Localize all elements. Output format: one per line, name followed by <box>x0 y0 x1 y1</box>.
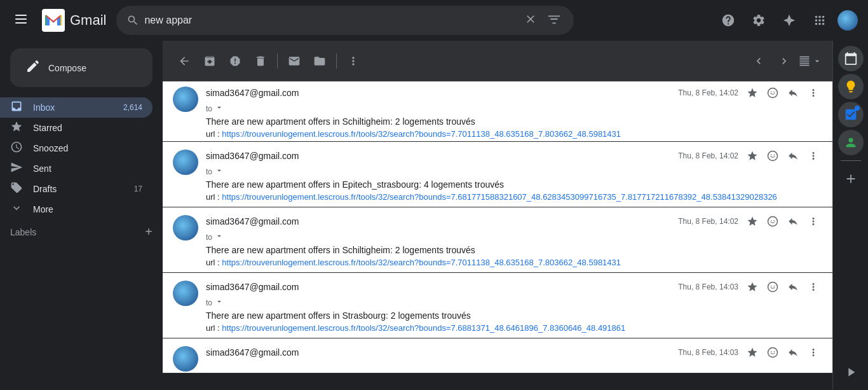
more-actions-button[interactable] <box>342 50 365 73</box>
star-button[interactable] <box>743 147 761 165</box>
email-url-line: url : https://trouverunlogement.lescrous… <box>206 323 822 333</box>
search-filter-icon[interactable] <box>545 10 564 32</box>
topbar-right <box>715 8 858 33</box>
settings-icon[interactable] <box>746 8 771 33</box>
reply-button[interactable] <box>784 84 802 102</box>
more-email-actions-button[interactable] <box>804 84 822 102</box>
mark-unread-button[interactable] <box>283 50 306 73</box>
gemini-icon[interactable] <box>776 8 802 33</box>
back-button[interactable] <box>173 50 196 73</box>
email-item[interactable]: simad3647@gmail.com Thu, 8 Feb, 14:03 <box>163 338 832 373</box>
svg-point-9 <box>774 155 775 156</box>
gmail-logo: Gmail <box>42 9 106 32</box>
prev-email-button[interactable] <box>747 50 770 73</box>
density-selector[interactable] <box>798 55 822 67</box>
star-button[interactable] <box>743 344 761 361</box>
help-icon[interactable] <box>715 8 741 33</box>
search-clear-icon[interactable] <box>522 10 539 31</box>
add-plugin-icon[interactable] <box>838 166 864 192</box>
more-email-actions-button[interactable] <box>804 278 822 296</box>
emoji-button[interactable] <box>764 278 782 296</box>
search-icon <box>126 14 139 27</box>
email-meta: Thu, 8 Feb, 14:03 <box>678 344 822 361</box>
email-content: simad3647@gmail.com Thu, 8 Feb, 14:03 <box>206 344 822 363</box>
email-sender: simad3647@gmail.com <box>206 151 299 161</box>
reply-button[interactable] <box>784 278 802 296</box>
keep-icon[interactable] <box>838 74 864 99</box>
next-email-button[interactable] <box>773 50 796 73</box>
email-url-link[interactable]: https://trouverunlogement.lescrous.fr/to… <box>222 129 621 139</box>
email-item[interactable]: simad3647@gmail.com Thu, 8 Feb, 14:03 <box>163 273 832 338</box>
svg-point-6 <box>774 92 775 93</box>
svg-point-10 <box>768 217 778 226</box>
email-url-link[interactable]: https://trouverunlogement.lescrous.fr/to… <box>222 258 621 267</box>
email-url-line: url : https://trouverunlogement.lescrous… <box>206 192 822 202</box>
more-email-actions-button[interactable] <box>804 147 822 165</box>
sidebar-item-drafts[interactable]: Drafts 17 <box>0 179 153 199</box>
star-button[interactable] <box>743 212 761 230</box>
labels-add-icon[interactable]: + <box>145 225 153 239</box>
move-to-button[interactable] <box>308 50 331 73</box>
svg-point-13 <box>768 282 778 292</box>
email-sender: simad3647@gmail.com <box>206 347 299 358</box>
to-chevron-icon[interactable] <box>215 232 224 242</box>
svg-point-17 <box>771 351 772 352</box>
sender-avatar <box>173 150 198 175</box>
report-spam-button[interactable] <box>224 50 247 73</box>
to-chevron-icon[interactable] <box>215 103 224 114</box>
delete-button[interactable] <box>249 50 272 73</box>
svg-point-8 <box>771 155 772 156</box>
email-item[interactable]: simad3647@gmail.com Thu, 8 Feb, 14:02 <box>163 142 832 207</box>
calendar-icon[interactable] <box>838 46 864 71</box>
email-meta: Thu, 8 Feb, 14:02 <box>678 147 822 165</box>
svg-point-14 <box>771 286 772 287</box>
sidebar-item-starred[interactable]: Starred <box>0 118 153 138</box>
sidebar-item-more[interactable]: More <box>0 199 153 219</box>
email-item[interactable]: simad3647@gmail.com Thu, 8 Feb, 14:02 <box>163 81 832 142</box>
emoji-button[interactable] <box>764 147 782 165</box>
hamburger-menu-icon[interactable] <box>10 8 32 33</box>
to-chevron-icon[interactable] <box>215 297 224 308</box>
email-url-link[interactable]: https://trouverunlogement.lescrous.fr/to… <box>222 192 777 202</box>
more-email-actions-button[interactable] <box>804 344 822 361</box>
user-avatar[interactable] <box>837 10 858 31</box>
emoji-button[interactable] <box>764 344 782 361</box>
tasks-icon[interactable] <box>838 102 864 127</box>
email-date: Thu, 8 Feb, 14:03 <box>678 348 738 357</box>
email-sender: simad3647@gmail.com <box>206 88 299 98</box>
to-chevron-icon[interactable] <box>215 166 224 177</box>
email-body-text: There are new apartment offers in Strasb… <box>206 310 822 321</box>
sidebar-item-snoozed[interactable]: Snoozed <box>0 138 153 158</box>
star-button[interactable] <box>743 84 761 102</box>
email-url-link[interactable]: https://trouverunlogement.lescrous.fr/to… <box>222 323 625 333</box>
sidebar: Compose Inbox 2,614 Starred Snoozed <box>0 41 163 390</box>
svg-rect-0 <box>15 15 27 16</box>
topbar: Gmail <box>0 0 868 41</box>
contacts-icon[interactable] <box>838 130 864 155</box>
emoji-button[interactable] <box>764 212 782 230</box>
more-email-actions-button[interactable] <box>804 212 822 230</box>
email-header: simad3647@gmail.com Thu, 8 Feb, 14:03 <box>206 344 822 361</box>
drafts-count: 17 <box>134 185 142 193</box>
email-date: Thu, 8 Feb, 14:02 <box>678 88 738 97</box>
sidebar-item-sent[interactable]: Sent <box>0 158 153 179</box>
search-input[interactable] <box>144 15 517 26</box>
reply-button[interactable] <box>784 344 802 361</box>
sidebar-item-inbox[interactable]: Inbox 2,614 <box>0 97 153 118</box>
compose-button[interactable]: Compose <box>10 48 153 87</box>
email-body-text: There are new apartment offers in Epitec… <box>206 179 822 190</box>
svg-point-15 <box>774 286 775 287</box>
reply-button[interactable] <box>784 147 802 165</box>
starred-icon <box>10 120 23 136</box>
email-item[interactable]: simad3647@gmail.com Thu, 8 Feb, 14:02 <box>163 207 832 273</box>
apps-icon[interactable] <box>807 8 832 33</box>
svg-point-7 <box>768 151 778 161</box>
archive-button[interactable] <box>198 50 221 73</box>
emoji-button[interactable] <box>764 84 782 102</box>
reply-button[interactable] <box>784 212 802 230</box>
right-sidebar <box>832 41 868 390</box>
email-area: simad3647@gmail.com Thu, 8 Feb, 14:02 <box>163 41 832 390</box>
star-button[interactable] <box>743 278 761 296</box>
labels-title: Labels <box>10 227 36 237</box>
expand-sidebar-icon[interactable] <box>838 359 864 385</box>
